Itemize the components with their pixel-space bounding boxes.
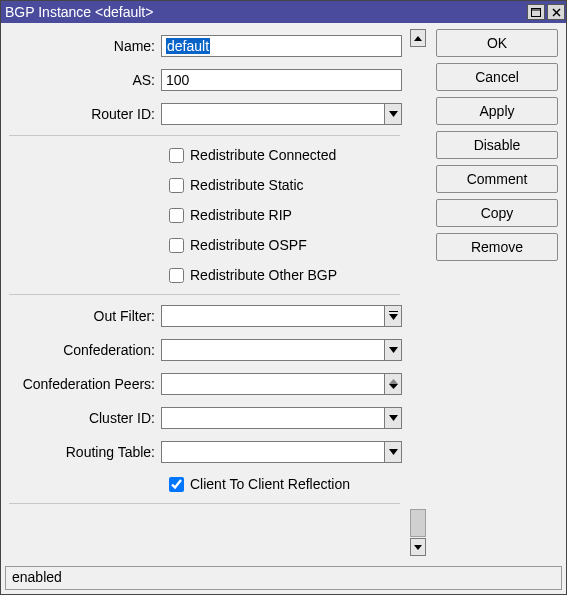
status-bar: enabled [5,566,562,590]
close-button[interactable] [547,4,565,20]
client-to-client-label: Client To Client Reflection [190,476,350,492]
router-id-input[interactable] [161,103,384,125]
chevron-down-icon [389,449,398,455]
side-buttons: OK Cancel Apply Disable Comment Copy Rem… [428,23,566,562]
redistribute-ospf-label: Redistribute OSPF [190,237,307,253]
svg-marker-11 [389,449,398,455]
scroll-down-button[interactable] [410,538,426,556]
routing-table-label: Routing Table: [1,444,161,460]
divider [9,135,400,136]
out-filter-label: Out Filter: [1,308,161,324]
chevron-down-icon [414,545,422,550]
confederation-peers-label: Confederation Peers: [1,376,161,392]
client-to-client-row[interactable]: Client To Client Reflection [1,469,408,499]
redistribute-connected-label: Redistribute Connected [190,147,336,163]
comment-button[interactable]: Comment [436,165,558,193]
bgp-instance-window: BGP Instance <default> Name: default AS: [0,0,567,595]
copy-button[interactable]: Copy [436,199,558,227]
as-input[interactable] [161,69,402,91]
redistribute-other-bgp-row[interactable]: Redistribute Other BGP [1,260,408,290]
form-panel: Name: default AS: Router ID: [1,23,408,562]
scroll-thumb[interactable] [410,509,426,537]
confederation-peers-input[interactable] [161,373,384,395]
redistribute-ospf-row[interactable]: Redistribute OSPF [1,230,408,260]
scroll-track[interactable] [410,48,426,537]
cluster-id-dropdown-button[interactable] [384,407,402,429]
chevron-down-icon [389,111,398,117]
disable-button[interactable]: Disable [436,131,558,159]
svg-marker-7 [389,347,398,353]
ok-button[interactable]: OK [436,29,558,57]
redistribute-static-row[interactable]: Redistribute Static [1,170,408,200]
redistribute-static-label: Redistribute Static [190,177,304,193]
chevron-down-icon [389,347,398,353]
svg-marker-4 [389,111,398,117]
svg-marker-10 [389,415,398,421]
redistribute-connected-row[interactable]: Redistribute Connected [1,140,408,170]
router-id-label: Router ID: [1,106,161,122]
redistribute-ospf-checkbox[interactable] [169,238,184,253]
name-label: Name: [1,38,161,54]
expand-icon [389,311,398,322]
scrollbar[interactable] [408,23,428,562]
confederation-peers-spin[interactable] [384,373,402,395]
apply-button[interactable]: Apply [436,97,558,125]
client-to-client-checkbox[interactable] [169,477,184,492]
svg-marker-6 [389,314,398,320]
confederation-label: Confederation: [1,342,161,358]
as-label: AS: [1,72,161,88]
window-title: BGP Instance <default> [5,4,526,20]
router-id-dropdown-button[interactable] [384,103,402,125]
cancel-button[interactable]: Cancel [436,63,558,91]
confederation-dropdown-button[interactable] [384,339,402,361]
redistribute-connected-checkbox[interactable] [169,148,184,163]
name-input[interactable]: default [161,35,402,57]
scroll-up-button[interactable] [410,29,426,47]
maximize-button[interactable] [527,4,545,20]
chevron-down-icon [389,415,398,421]
titlebar[interactable]: BGP Instance <default> [1,1,566,23]
svg-marker-9 [389,384,398,389]
divider [9,294,400,295]
routing-table-input[interactable] [161,441,384,463]
redistribute-rip-label: Redistribute RIP [190,207,292,223]
svg-marker-12 [414,36,422,41]
chevron-up-icon [414,36,422,41]
out-filter-expand-button[interactable] [384,305,402,327]
svg-marker-13 [414,545,422,550]
redistribute-other-bgp-checkbox[interactable] [169,268,184,283]
routing-table-dropdown-button[interactable] [384,441,402,463]
cluster-id-input[interactable] [161,407,384,429]
redistribute-rip-checkbox[interactable] [169,208,184,223]
out-filter-input[interactable] [161,305,384,327]
confederation-input[interactable] [161,339,384,361]
redistribute-static-checkbox[interactable] [169,178,184,193]
redistribute-other-bgp-label: Redistribute Other BGP [190,267,337,283]
remove-button[interactable]: Remove [436,233,558,261]
divider [9,503,400,504]
redistribute-rip-row[interactable]: Redistribute RIP [1,200,408,230]
chevron-down-icon [389,384,398,389]
cluster-id-label: Cluster ID: [1,410,161,426]
